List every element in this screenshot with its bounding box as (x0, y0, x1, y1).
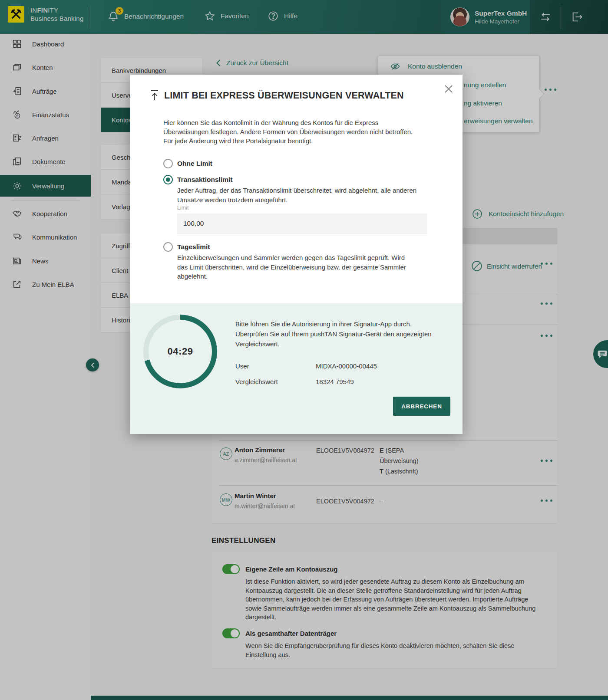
limit-field-label: Limit (177, 205, 188, 211)
cancel-button[interactable]: ABBRECHEN (393, 397, 450, 416)
modal-intro: Hier können Sie das Kontolimit in der Wä… (163, 118, 433, 145)
radio-ohne-limit[interactable] (163, 159, 173, 168)
timer-progress-ring: 04:29 (143, 315, 217, 388)
express-limit-modal: LIMIT BEI EXPRESS ÜBERWEISUNGEN VERWALTE… (130, 75, 463, 434)
limit-upload-icon (149, 89, 160, 102)
tageslimit-description: Einzelüberweisungen und Sammler werden g… (177, 253, 406, 281)
signature-section: 04:29 Bitte führen Sie die Autorisierung… (130, 303, 463, 434)
compare-value: 18324 79549 (316, 378, 354, 385)
modal-title-row: LIMIT BEI EXPRESS ÜBERWEISUNGEN VERWALTE… (149, 89, 404, 102)
radio-tageslimit[interactable] (163, 242, 173, 252)
close-button[interactable] (441, 82, 456, 96)
user-value: MIDXA-00000-00445 (316, 362, 377, 370)
limit-input[interactable] (177, 214, 427, 233)
user-label: User (235, 362, 249, 370)
radio-transaktionslimit[interactable] (163, 175, 173, 184)
timer-value: 04:29 (168, 346, 193, 357)
compare-label: Vergleichswert (235, 378, 278, 385)
app-root: INFINITY Business Banking 3 Benachrichti… (0, 0, 608, 700)
transaktionslimit-description: Jeder Auftrag, der das Transaktionslimit… (177, 186, 416, 204)
signature-instructions: Bitte führen Sie die Autorisierung in ih… (235, 319, 448, 349)
modal-title: LIMIT BEI EXPRESS ÜBERWEISUNGEN VERWALTE… (164, 90, 404, 101)
close-icon (443, 84, 454, 94)
